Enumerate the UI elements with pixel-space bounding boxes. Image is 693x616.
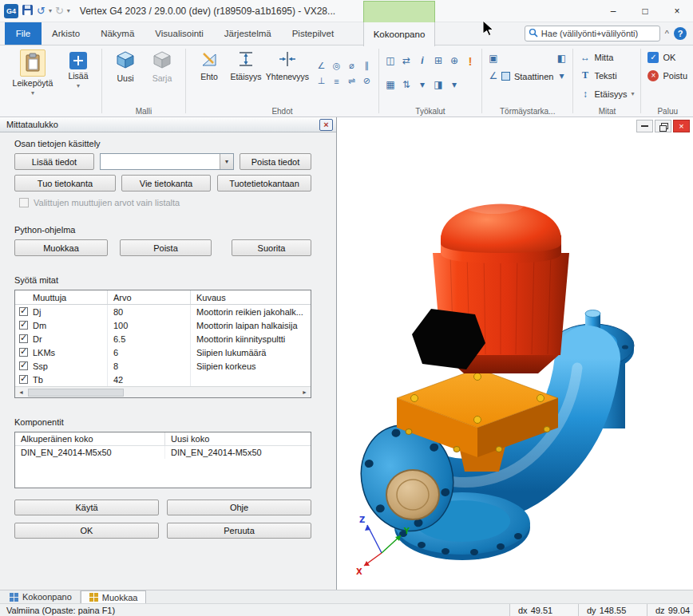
python-run-button[interactable]: Suorita [232,239,311,256]
dim-checkbox[interactable] [19,321,28,330]
dim-row[interactable]: LKMs 6 Siipien lukumäärä [15,346,311,359]
transform-tool-icon[interactable]: ⇄ [400,53,413,68]
distance-dim-button[interactable]: ↕ Etäisyys ▾ [580,86,634,101]
dim-value[interactable]: 80 [107,305,190,318]
grid-tool-icon[interactable]: ⊞ [432,53,445,68]
new-model-button[interactable]: Uusi [107,48,144,83]
dim-value[interactable]: 42 [107,373,190,386]
viewport-restore-button[interactable] [655,120,671,132]
tab-pistepilvet[interactable]: Pistepilvet [282,22,344,45]
undo-button[interactable]: ↺ [37,5,46,18]
tab-edit[interactable]: Muokkaa [81,590,147,603]
qat-customize-icon[interactable]: ▾ [67,7,70,15]
scroll-left-icon[interactable]: ◄ [15,389,27,395]
collapse-ribbon-icon[interactable]: ^ [665,29,669,38]
paste-button[interactable]: Leikepöytä ▾ [6,48,60,97]
redo-button[interactable]: ↻ [55,5,64,18]
scrollbar-thumb[interactable] [28,389,124,397]
perpendicular-constraint-icon[interactable]: ⊥ [315,74,328,88]
series-button[interactable]: Sarja [144,48,180,83]
tab-nakyma[interactable]: Näkymä [90,22,145,45]
dim-checkbox[interactable] [19,307,28,316]
dim-row[interactable]: Dj 80 Moottorin reikien jakohalk... [15,305,311,318]
viewport-minimize-button[interactable] [636,120,653,132]
export-db-button[interactable]: Vie tietokanta [121,175,211,192]
undo-dropdown-icon[interactable]: ▾ [49,7,52,15]
measure-tool-icon[interactable]: ◫ [384,53,397,68]
remove-data-button[interactable]: Poista tiedot [240,153,311,170]
search-input[interactable] [541,29,656,38]
cancel-button[interactable]: Peruuta [167,523,311,539]
table-horizontal-scrollbar[interactable]: ◄ ► [15,386,311,397]
tab-kokoonpano[interactable]: Kokoonpano [363,22,435,46]
dialog-close-button[interactable]: × [319,119,333,131]
component-row[interactable]: DIN_EN_24014-M5x50 DIN_EN_24014-M5x50 [15,446,311,459]
tab-jarjestelma[interactable]: Järjestelmä [214,22,282,45]
help-button[interactable]: ? [674,27,687,40]
dim-value[interactable]: 6.5 [107,332,190,346]
dim-value[interactable]: 8 [107,359,190,373]
dialog-title-bar[interactable]: Mittataulukko × [0,117,336,132]
minimize-button[interactable]: – [597,0,629,22]
text-button[interactable]: T Teksti [580,68,616,83]
swap-tool-icon[interactable]: ⇅ [400,77,413,92]
dim-checkbox[interactable] [19,348,28,357]
symmetry-constraint-icon[interactable]: ⇌ [345,74,358,88]
close-button[interactable]: × [661,0,693,22]
dimension-button[interactable]: ↔ Mitta [580,49,613,65]
collision-angle-icon[interactable]: ∠ [487,69,500,83]
parallel-constraint-icon[interactable]: ∥ [360,59,374,73]
diameter-constraint-icon[interactable]: ⌀ [345,59,358,73]
ok-dialog-button[interactable]: OK [14,523,159,539]
alert-tool-icon[interactable]: ! [464,53,477,68]
angle-constraint-icon[interactable]: ∠ [315,59,328,73]
dim-checkbox[interactable] [19,334,28,343]
data-set-combobox[interactable]: ▾ [100,153,234,170]
add-component-button[interactable]: Lisää ▾ [60,48,97,90]
condition-button[interactable]: Ehto [191,48,228,81]
static-check-button[interactable]: Staattinen [501,69,554,84]
window-tool-icon[interactable]: ▦ [384,77,397,92]
dim-value[interactable]: 100 [107,318,190,332]
scroll-right-icon[interactable]: ► [299,389,311,395]
model-viewport[interactable]: × [337,117,693,590]
tab-arkisto[interactable]: Arkisto [42,22,90,45]
python-edit-button[interactable]: Muokkaa [14,239,108,256]
tab-visualisointi[interactable]: Visualisointi [145,22,214,45]
dim-row[interactable]: Tb 42 [15,373,311,386]
zoom-tool-icon[interactable]: ⊕ [448,53,461,68]
add-data-button[interactable]: Lisää tiedot [14,153,94,170]
product-db-button[interactable]: Tuotetietokantaan [217,175,311,192]
save-icon[interactable] [22,4,34,18]
exit-button-ribbon[interactable]: Poistu [647,68,687,83]
collision-dropdown-icon[interactable]: ▾ [555,69,568,83]
tab-assembly[interactable]: Kokoonpano [2,590,81,603]
viewport-close-button[interactable]: × [673,120,690,132]
import-db-button[interactable]: Tuo tietokanta [14,175,116,192]
python-delete-button[interactable]: Poista [120,239,212,256]
dim-checkbox[interactable] [19,375,28,384]
distance-constraint-button[interactable]: Etäisyys [228,48,264,81]
help-dialog-button[interactable]: Ohje [167,500,311,515]
coincidence-button[interactable]: Yhtenevyys [264,48,311,81]
dim-row[interactable]: Dr 6.5 Moottorin kiinnityspultti [15,332,311,346]
tool-dropdown-icon[interactable]: ▾ [416,77,429,92]
dim-value[interactable]: 6 [107,346,190,359]
tangent-constraint-icon[interactable]: ⊘ [360,74,374,88]
dim-row[interactable]: Ssp 8 Siipien korkeus [15,359,311,373]
app-logo[interactable]: G4 [4,4,18,18]
equal-constraint-icon[interactable]: ≡ [330,74,343,88]
search-input-box[interactable] [525,26,660,41]
dim-checkbox[interactable] [19,361,28,370]
collision-model-icon[interactable]: ▣ [487,51,500,65]
section-tool-icon[interactable]: ◨ [432,77,445,92]
component-new[interactable]: DIN_EN_24014-M5x50 [164,446,311,459]
collision-result-icon[interactable]: ◧ [555,51,568,65]
maximize-button[interactable]: □ [629,0,661,22]
combo-dropdown-icon[interactable]: ▾ [220,154,233,169]
dim-row[interactable]: Dm 100 Moottorin laipan halkaisija [15,318,311,332]
pump-3d-model[interactable]: Z Y X [337,117,693,590]
tool-dropdown-icon[interactable]: ▾ [448,77,461,92]
concentric-constraint-icon[interactable]: ◎ [330,59,343,73]
list-values-checkbox[interactable] [19,198,29,207]
